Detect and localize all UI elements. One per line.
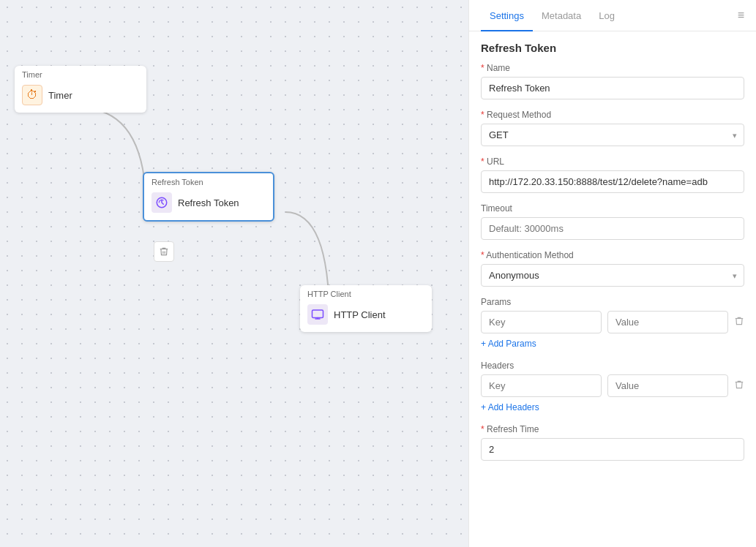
name-label: Name (481, 63, 744, 73)
tab-metadata[interactable]: Metadata (533, 0, 590, 31)
http-client-node-header: HTTP Client (300, 285, 432, 300)
name-input[interactable] (481, 77, 744, 99)
panel-title: Refresh Token (469, 31, 756, 57)
refresh-token-node-header: Refresh Token (144, 173, 273, 188)
settings-form: Name Request Method GET POST PUT DELETE … (469, 57, 756, 472)
panel-menu-icon[interactable]: ≡ (738, 9, 744, 22)
headers-value-input[interactable] (607, 374, 728, 397)
headers-key-input[interactable] (481, 374, 602, 397)
tab-settings[interactable]: Settings (481, 0, 533, 31)
panel-tabs: Settings Metadata Log ≡ (469, 0, 756, 31)
headers-row (481, 374, 744, 397)
params-group: Params + Add Params (481, 297, 744, 350)
auth-method-group: Authentication Method Anonymous Basic Be… (481, 250, 744, 287)
url-input[interactable] (481, 170, 744, 193)
request-method-label: Request Method (481, 110, 744, 120)
delete-refresh-token-button[interactable] (154, 241, 174, 262)
timer-icon: ⏱ (22, 85, 42, 105)
auth-method-wrapper: Anonymous Basic Bearer Token ▾ (481, 264, 744, 287)
request-method-group: Request Method GET POST PUT DELETE PATCH… (481, 110, 744, 146)
name-group: Name (481, 63, 744, 99)
svg-rect-2 (314, 312, 322, 316)
params-value-input[interactable] (607, 311, 728, 333)
url-group: URL (481, 156, 744, 193)
tab-log[interactable]: Log (590, 0, 624, 31)
params-label: Params (481, 297, 744, 307)
url-label: URL (481, 156, 744, 167)
auth-method-label: Authentication Method (481, 250, 744, 260)
timeout-label: Timeout (481, 203, 744, 214)
add-headers-button[interactable]: + Add Headers (481, 401, 744, 414)
timer-node-header: Timer (15, 66, 146, 80)
http-client-node-label: HTTP Client (334, 309, 386, 320)
params-delete-icon[interactable] (734, 316, 744, 328)
refresh-token-node[interactable]: Refresh Token Refresh Token (143, 172, 274, 222)
add-params-button[interactable]: + Add Params (481, 337, 744, 350)
refresh-time-group: Refresh Time (481, 424, 744, 461)
refresh-time-label: Refresh Time (481, 424, 744, 434)
auth-method-select[interactable]: Anonymous Basic Bearer Token (481, 264, 744, 287)
headers-group: Headers + Add Headers (481, 361, 744, 414)
settings-panel: Settings Metadata Log ≡ Refresh Token Na… (468, 0, 756, 547)
timer-node[interactable]: Timer ⏱ Timer (15, 66, 146, 113)
refresh-token-node-label: Refresh Token (178, 197, 239, 208)
request-method-select[interactable]: GET POST PUT DELETE PATCH (481, 124, 744, 146)
params-key-input[interactable] (481, 311, 602, 333)
params-row (481, 311, 744, 333)
http-client-icon (307, 304, 328, 325)
timeout-input[interactable] (481, 217, 744, 240)
headers-label: Headers (481, 361, 744, 371)
refresh-token-icon (151, 192, 172, 213)
request-method-wrapper: GET POST PUT DELETE PATCH ▾ (481, 124, 744, 146)
headers-delete-icon[interactable] (734, 380, 744, 392)
refresh-time-input[interactable] (481, 438, 744, 461)
timer-node-label: Timer (48, 90, 72, 101)
http-client-node[interactable]: HTTP Client HTTP Client (300, 285, 432, 332)
timeout-group: Timeout (481, 203, 744, 240)
canvas: Timer ⏱ Timer Refresh Token Refresh Toke… (0, 0, 468, 547)
